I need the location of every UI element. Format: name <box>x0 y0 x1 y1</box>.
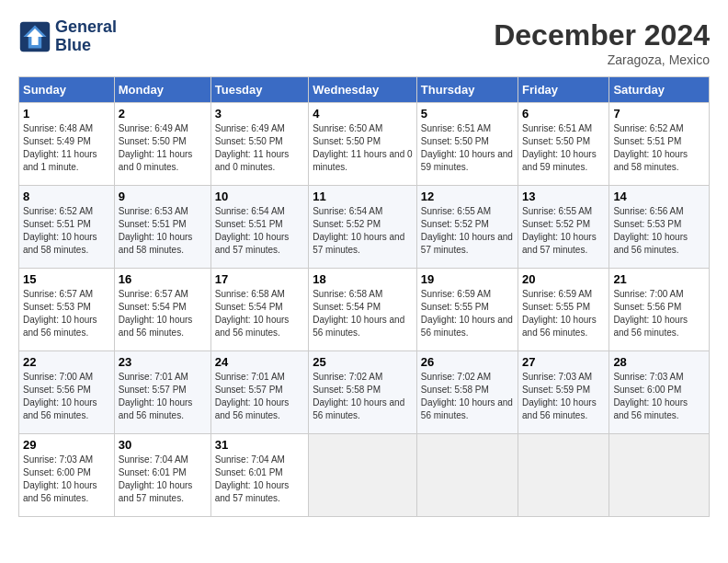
calendar-cell: 18 Sunrise: 6:58 AM Sunset: 5:54 PM Dayl… <box>309 269 417 351</box>
calendar-cell <box>309 434 417 517</box>
day-number: 6 <box>522 107 605 121</box>
logo-text: General Blue <box>55 18 117 55</box>
day-info: Sunrise: 6:53 AM Sunset: 5:51 PM Dayligh… <box>119 205 207 257</box>
calendar-cell: 25 Sunrise: 7:02 AM Sunset: 5:58 PM Dayl… <box>309 351 417 434</box>
day-info: Sunrise: 6:52 AM Sunset: 5:51 PM Dayligh… <box>23 205 110 257</box>
page-header: General Blue December 2024 Zaragoza, Mex… <box>18 18 710 67</box>
day-info: Sunrise: 6:58 AM Sunset: 5:54 PM Dayligh… <box>313 288 413 339</box>
day-info: Sunrise: 6:55 AM Sunset: 5:52 PM Dayligh… <box>522 205 605 257</box>
calendar-cell: 11 Sunrise: 6:54 AM Sunset: 5:52 PM Dayl… <box>309 186 417 269</box>
calendar-cell: 4 Sunrise: 6:50 AM Sunset: 5:50 PM Dayli… <box>309 103 417 186</box>
day-info: Sunrise: 7:04 AM Sunset: 6:01 PM Dayligh… <box>215 454 304 505</box>
day-number: 8 <box>23 190 110 203</box>
day-info: Sunrise: 6:55 AM Sunset: 5:52 PM Dayligh… <box>421 205 514 257</box>
weekday-header: Saturday <box>609 77 710 103</box>
day-info: Sunrise: 7:00 AM Sunset: 5:56 PM Dayligh… <box>613 288 705 339</box>
day-info: Sunrise: 6:48 AM Sunset: 5:49 PM Dayligh… <box>23 122 110 174</box>
day-info: Sunrise: 6:50 AM Sunset: 5:50 PM Dayligh… <box>313 122 413 174</box>
day-number: 5 <box>421 107 514 121</box>
calendar-cell: 9 Sunrise: 6:53 AM Sunset: 5:51 PM Dayli… <box>114 186 210 269</box>
weekday-header: Monday <box>114 77 210 103</box>
calendar-week-row: 1 Sunrise: 6:48 AM Sunset: 5:49 PM Dayli… <box>19 103 710 186</box>
calendar-cell: 20 Sunrise: 6:59 AM Sunset: 5:55 PM Dayl… <box>518 269 609 351</box>
calendar-week-row: 29 Sunrise: 7:03 AM Sunset: 6:00 PM Dayl… <box>19 434 710 517</box>
day-number: 3 <box>215 107 304 121</box>
calendar-cell: 13 Sunrise: 6:55 AM Sunset: 5:52 PM Dayl… <box>518 186 609 269</box>
day-number: 26 <box>421 355 514 369</box>
calendar-cell: 8 Sunrise: 6:52 AM Sunset: 5:51 PM Dayli… <box>19 186 115 269</box>
day-number: 11 <box>313 190 413 203</box>
calendar-cell: 5 Sunrise: 6:51 AM Sunset: 5:50 PM Dayli… <box>416 103 518 186</box>
day-number: 23 <box>119 355 207 369</box>
day-number: 17 <box>215 272 304 286</box>
calendar-cell: 14 Sunrise: 6:56 AM Sunset: 5:53 PM Dayl… <box>609 186 710 269</box>
calendar-cell: 3 Sunrise: 6:49 AM Sunset: 5:50 PM Dayli… <box>210 103 308 186</box>
calendar-cell: 19 Sunrise: 6:59 AM Sunset: 5:55 PM Dayl… <box>416 269 518 351</box>
calendar-cell: 12 Sunrise: 6:55 AM Sunset: 5:52 PM Dayl… <box>416 186 518 269</box>
day-info: Sunrise: 7:03 AM Sunset: 5:59 PM Dayligh… <box>522 371 605 422</box>
calendar-cell: 10 Sunrise: 6:54 AM Sunset: 5:51 PM Dayl… <box>210 186 308 269</box>
day-number: 27 <box>522 355 605 369</box>
day-info: Sunrise: 6:57 AM Sunset: 5:54 PM Dayligh… <box>119 288 207 339</box>
day-number: 19 <box>421 272 514 286</box>
weekday-header: Friday <box>518 77 609 103</box>
calendar-cell: 24 Sunrise: 7:01 AM Sunset: 5:57 PM Dayl… <box>210 351 308 434</box>
day-info: Sunrise: 7:01 AM Sunset: 5:57 PM Dayligh… <box>119 371 207 422</box>
day-number: 15 <box>23 272 110 286</box>
calendar-cell <box>416 434 518 517</box>
day-info: Sunrise: 7:01 AM Sunset: 5:57 PM Dayligh… <box>215 371 304 422</box>
location: Zaragoza, Mexico <box>494 52 710 67</box>
calendar-cell: 22 Sunrise: 7:00 AM Sunset: 5:56 PM Dayl… <box>19 351 115 434</box>
day-info: Sunrise: 7:03 AM Sunset: 6:00 PM Dayligh… <box>23 454 110 505</box>
day-info: Sunrise: 6:51 AM Sunset: 5:50 PM Dayligh… <box>421 122 514 174</box>
calendar-week-row: 8 Sunrise: 6:52 AM Sunset: 5:51 PM Dayli… <box>19 186 710 269</box>
day-number: 28 <box>613 355 705 369</box>
calendar-cell: 7 Sunrise: 6:52 AM Sunset: 5:51 PM Dayli… <box>609 103 710 186</box>
day-info: Sunrise: 7:03 AM Sunset: 6:00 PM Dayligh… <box>613 371 705 422</box>
calendar-cell: 27 Sunrise: 7:03 AM Sunset: 5:59 PM Dayl… <box>518 351 609 434</box>
day-info: Sunrise: 7:02 AM Sunset: 5:58 PM Dayligh… <box>421 371 514 422</box>
day-info: Sunrise: 7:04 AM Sunset: 6:01 PM Dayligh… <box>119 454 207 505</box>
day-number: 22 <box>23 355 110 369</box>
calendar-cell: 26 Sunrise: 7:02 AM Sunset: 5:58 PM Dayl… <box>416 351 518 434</box>
calendar-cell: 28 Sunrise: 7:03 AM Sunset: 6:00 PM Dayl… <box>609 351 710 434</box>
calendar-cell: 21 Sunrise: 7:00 AM Sunset: 5:56 PM Dayl… <box>609 269 710 351</box>
day-info: Sunrise: 6:54 AM Sunset: 5:51 PM Dayligh… <box>215 205 304 257</box>
calendar-week-row: 15 Sunrise: 6:57 AM Sunset: 5:53 PM Dayl… <box>19 269 710 351</box>
day-number: 13 <box>522 190 605 203</box>
day-number: 14 <box>613 190 705 203</box>
calendar-cell: 15 Sunrise: 6:57 AM Sunset: 5:53 PM Dayl… <box>19 269 115 351</box>
calendar-table: SundayMondayTuesdayWednesdayThursdayFrid… <box>18 76 710 517</box>
day-number: 7 <box>613 107 705 121</box>
logo-icon <box>18 20 51 53</box>
calendar-cell <box>609 434 710 517</box>
day-number: 12 <box>421 190 514 203</box>
day-number: 30 <box>119 438 207 452</box>
weekday-header-row: SundayMondayTuesdayWednesdayThursdayFrid… <box>19 77 710 103</box>
calendar-cell: 30 Sunrise: 7:04 AM Sunset: 6:01 PM Dayl… <box>114 434 210 517</box>
day-number: 31 <box>215 438 304 452</box>
weekday-header: Tuesday <box>210 77 308 103</box>
calendar-cell: 31 Sunrise: 7:04 AM Sunset: 6:01 PM Dayl… <box>210 434 308 517</box>
day-number: 20 <box>522 272 605 286</box>
day-number: 1 <box>23 107 110 121</box>
weekday-header: Thursday <box>416 77 518 103</box>
day-number: 18 <box>313 272 413 286</box>
weekday-header: Sunday <box>19 77 115 103</box>
calendar-week-row: 22 Sunrise: 7:00 AM Sunset: 5:56 PM Dayl… <box>19 351 710 434</box>
day-info: Sunrise: 6:57 AM Sunset: 5:53 PM Dayligh… <box>23 288 110 339</box>
day-info: Sunrise: 6:54 AM Sunset: 5:52 PM Dayligh… <box>313 205 413 257</box>
month-title: December 2024 <box>494 18 710 52</box>
day-info: Sunrise: 6:52 AM Sunset: 5:51 PM Dayligh… <box>613 122 705 174</box>
calendar-cell: 16 Sunrise: 6:57 AM Sunset: 5:54 PM Dayl… <box>114 269 210 351</box>
day-info: Sunrise: 6:58 AM Sunset: 5:54 PM Dayligh… <box>215 288 304 339</box>
calendar-cell: 2 Sunrise: 6:49 AM Sunset: 5:50 PM Dayli… <box>114 103 210 186</box>
day-number: 21 <box>613 272 705 286</box>
day-number: 16 <box>119 272 207 286</box>
day-info: Sunrise: 6:51 AM Sunset: 5:50 PM Dayligh… <box>522 122 605 174</box>
day-info: Sunrise: 7:02 AM Sunset: 5:58 PM Dayligh… <box>313 371 413 422</box>
day-number: 4 <box>313 107 413 121</box>
day-info: Sunrise: 6:59 AM Sunset: 5:55 PM Dayligh… <box>421 288 514 339</box>
calendar-cell: 23 Sunrise: 7:01 AM Sunset: 5:57 PM Dayl… <box>114 351 210 434</box>
day-info: Sunrise: 6:59 AM Sunset: 5:55 PM Dayligh… <box>522 288 605 339</box>
